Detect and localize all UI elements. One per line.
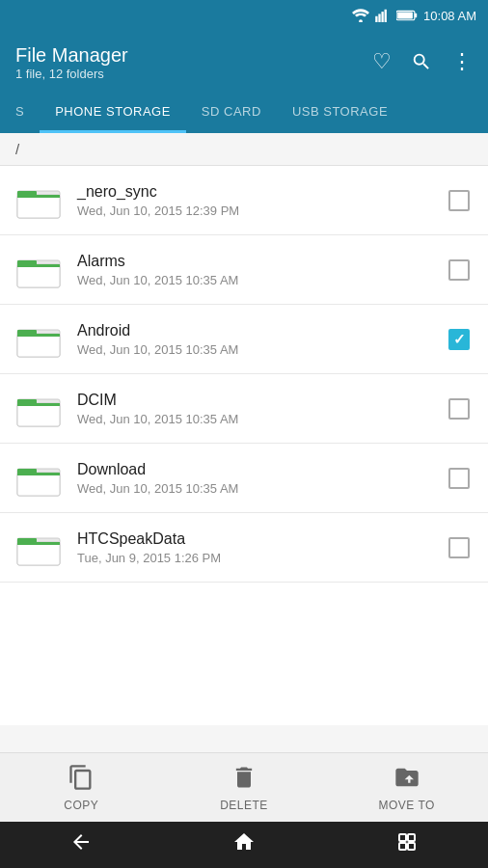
folder-icon bbox=[15, 181, 62, 220]
list-item[interactable]: DCIM Wed, Jun 10, 2015 10:35 AM bbox=[0, 374, 488, 444]
svg-rect-21 bbox=[17, 403, 60, 426]
svg-rect-2 bbox=[378, 14, 380, 22]
checkbox[interactable] bbox=[448, 468, 470, 489]
checkbox-container[interactable] bbox=[446, 534, 473, 561]
svg-rect-17 bbox=[17, 334, 60, 357]
svg-rect-25 bbox=[17, 473, 60, 496]
svg-rect-32 bbox=[399, 834, 406, 841]
svg-rect-27 bbox=[17, 473, 60, 475]
svg-rect-1 bbox=[375, 16, 377, 22]
file-name: Download bbox=[77, 461, 438, 478]
file-date: Wed, Jun 10, 2015 10:35 AM bbox=[77, 481, 438, 496]
copy-label: COPY bbox=[64, 799, 98, 812]
app-subtitle: 1 file, 12 folders bbox=[15, 67, 128, 81]
svg-rect-9 bbox=[17, 195, 60, 218]
checkbox-container[interactable] bbox=[446, 326, 473, 353]
file-name: _nero_sync bbox=[77, 183, 438, 201]
list-item[interactable]: Download Wed, Jun 10, 2015 10:35 AM bbox=[0, 444, 488, 513]
home-icon[interactable] bbox=[232, 830, 256, 859]
status-bar: 10:08 AM bbox=[0, 0, 488, 31]
back-icon[interactable] bbox=[69, 830, 93, 859]
checkbox-container[interactable] bbox=[446, 257, 473, 284]
signal-icon bbox=[375, 9, 391, 22]
file-info: HTCSpeakData Tue, Jun 9, 2015 1:26 PM bbox=[77, 530, 438, 565]
list-item[interactable]: HTCSpeakData Tue, Jun 9, 2015 1:26 PM bbox=[0, 513, 488, 583]
file-name: Alarms bbox=[77, 253, 438, 270]
file-date: Wed, Jun 10, 2015 10:35 AM bbox=[77, 342, 438, 357]
tab-s[interactable]: S bbox=[0, 93, 40, 133]
checkbox[interactable] bbox=[448, 190, 470, 211]
bottom-toolbar: COPY DELETE MOVE TO bbox=[0, 752, 488, 822]
delete-icon bbox=[230, 764, 258, 795]
svg-rect-7 bbox=[397, 12, 413, 18]
svg-rect-13 bbox=[17, 264, 60, 287]
status-icons: 10:08 AM bbox=[352, 9, 476, 23]
recents-icon[interactable] bbox=[395, 830, 419, 859]
checkbox[interactable] bbox=[448, 259, 470, 281]
list-item[interactable]: Android Wed, Jun 10, 2015 10:35 AM bbox=[0, 305, 488, 374]
tab-usb-storage[interactable]: USB STORAGE bbox=[277, 93, 403, 133]
wifi-icon bbox=[352, 9, 369, 22]
file-info: Alarms Wed, Jun 10, 2015 10:35 AM bbox=[77, 253, 438, 287]
list-item[interactable]: _nero_sync Wed, Jun 10, 2015 12:39 PM bbox=[0, 166, 488, 235]
checkbox-container[interactable] bbox=[446, 187, 473, 214]
battery-icon bbox=[396, 10, 418, 21]
svg-rect-3 bbox=[382, 12, 384, 22]
move-to-label: MOVE TO bbox=[378, 799, 434, 812]
svg-rect-23 bbox=[17, 403, 60, 406]
file-date: Wed, Jun 10, 2015 12:39 PM bbox=[77, 203, 438, 218]
folder-icon bbox=[15, 320, 62, 359]
file-info: DCIM Wed, Jun 10, 2015 10:35 AM bbox=[77, 392, 438, 426]
app-bar-title: File Manager 1 file, 12 folders bbox=[15, 43, 128, 81]
checkbox-container[interactable] bbox=[446, 465, 473, 492]
svg-rect-19 bbox=[17, 334, 60, 337]
checkbox-container[interactable] bbox=[446, 395, 473, 422]
file-date: Wed, Jun 10, 2015 10:35 AM bbox=[77, 273, 438, 287]
folder-icon bbox=[15, 251, 62, 289]
more-options-icon[interactable]: ⋮ bbox=[451, 49, 473, 74]
svg-rect-15 bbox=[17, 264, 60, 267]
file-date: Wed, Jun 10, 2015 10:35 AM bbox=[77, 412, 438, 426]
list-item[interactable]: Alarms Wed, Jun 10, 2015 10:35 AM bbox=[0, 235, 488, 305]
file-name: HTCSpeakData bbox=[77, 530, 438, 548]
favorite-icon[interactable]: ♡ bbox=[372, 49, 392, 74]
app-title: File Manager bbox=[15, 43, 128, 67]
breadcrumb: / bbox=[0, 133, 488, 166]
file-name: Android bbox=[77, 322, 438, 339]
search-icon[interactable] bbox=[411, 51, 432, 72]
app-bar: File Manager 1 file, 12 folders ♡ ⋮ bbox=[0, 31, 488, 93]
status-time: 10:08 AM bbox=[423, 9, 476, 23]
file-info: Android Wed, Jun 10, 2015 10:35 AM bbox=[77, 322, 438, 357]
file-info: _nero_sync Wed, Jun 10, 2015 12:39 PM bbox=[77, 183, 438, 218]
file-info: Download Wed, Jun 10, 2015 10:35 AM bbox=[77, 461, 438, 496]
folder-icon bbox=[15, 529, 62, 567]
checkbox-checked[interactable] bbox=[448, 329, 470, 350]
tab-sd-card[interactable]: SD CARD bbox=[186, 93, 277, 133]
move-to-icon bbox=[393, 764, 420, 795]
svg-rect-29 bbox=[17, 542, 60, 565]
folder-icon bbox=[15, 390, 62, 428]
nav-bar bbox=[0, 822, 488, 868]
svg-point-0 bbox=[359, 19, 363, 22]
svg-rect-11 bbox=[17, 195, 60, 198]
file-date: Tue, Jun 9, 2015 1:26 PM bbox=[77, 551, 438, 565]
checkbox[interactable] bbox=[448, 537, 470, 558]
tab-bar: S PHONE STORAGE SD CARD USB STORAGE bbox=[0, 93, 488, 133]
svg-rect-4 bbox=[385, 10, 387, 22]
file-name: DCIM bbox=[77, 392, 438, 409]
tab-phone-storage[interactable]: PHONE STORAGE bbox=[40, 93, 186, 133]
copy-icon bbox=[68, 764, 95, 795]
copy-button[interactable]: COPY bbox=[0, 753, 163, 822]
app-bar-actions: ♡ ⋮ bbox=[372, 49, 473, 74]
file-list: _nero_sync Wed, Jun 10, 2015 12:39 PM Al… bbox=[0, 166, 488, 725]
delete-label: DELETE bbox=[220, 799, 268, 812]
move-to-button[interactable]: MOVE TO bbox=[325, 753, 488, 822]
svg-rect-34 bbox=[399, 843, 406, 850]
checkbox[interactable] bbox=[448, 398, 470, 420]
svg-rect-31 bbox=[17, 542, 60, 545]
svg-rect-33 bbox=[408, 834, 415, 841]
folder-icon bbox=[15, 459, 62, 498]
delete-button[interactable]: DELETE bbox=[163, 753, 326, 822]
svg-rect-6 bbox=[415, 14, 417, 18]
svg-rect-35 bbox=[408, 843, 415, 850]
